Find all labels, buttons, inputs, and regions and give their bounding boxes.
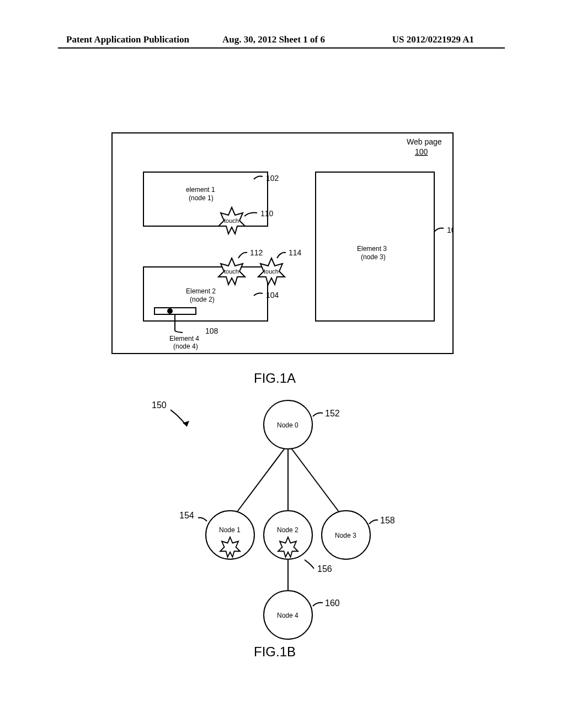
ref-150: 150 [152, 400, 167, 410]
ref-160: 160 [325, 598, 340, 608]
ref-112: 112 [250, 248, 263, 257]
svg-text:touch: touch [224, 268, 239, 275]
svg-line-15 [288, 444, 346, 521]
webpage-title: Web page [407, 137, 442, 146]
svg-line-13 [230, 444, 288, 521]
node0-label: Node 0 [277, 421, 299, 429]
ref-154: 154 [179, 511, 194, 520]
ref-108: 108 [205, 326, 218, 335]
ref-158: 158 [380, 516, 395, 525]
element2-line2: (node 2) [190, 296, 215, 303]
node2-label: Node 2 [277, 526, 299, 534]
header-rule [58, 47, 505, 49]
ref-102: 102 [266, 174, 279, 183]
ref-110: 110 [260, 209, 274, 218]
ref-152: 152 [325, 409, 340, 418]
fig-1b-label: FIG.1B [254, 644, 296, 660]
figure-1b: Node 0 Node 1 Node 2 Node 3 Node 4 150 1… [136, 394, 423, 643]
element2-line1: Element 2 [186, 287, 216, 295]
ref-106: 106 [447, 226, 454, 234]
svg-point-5 [167, 308, 173, 314]
page: Patent Application Publication Aug. 30, … [0, 0, 565, 728]
ref-104: 104 [266, 291, 279, 299]
figure-1a: Web page 100 element 1 (node 1) Element … [111, 132, 454, 364]
element1-line1: element 1 [186, 186, 215, 194]
fig-1a-label: FIG.1A [254, 371, 296, 386]
svg-text:touch: touch [264, 268, 279, 275]
node4-label: Node 4 [277, 612, 299, 619]
ref-114: 114 [289, 248, 302, 257]
svg-rect-4 [154, 308, 196, 314]
element3-line1: Element 3 [357, 245, 387, 253]
svg-text:touch: touch [224, 217, 239, 224]
header-right: US 2012/0221929 A1 [392, 34, 474, 45]
element4-line2: (node 4) [173, 342, 198, 350]
header-left: Patent Application Publication [66, 34, 189, 45]
header-mid: Aug. 30, 2012 Sheet 1 of 6 [222, 34, 325, 45]
element1-line2: (node 1) [189, 194, 214, 202]
element4-line1: Element 4 [169, 335, 199, 342]
webpage-num: 100 [415, 147, 428, 156]
node3-label: Node 3 [335, 532, 356, 539]
ref-156: 156 [317, 564, 332, 574]
element3-line2: (node 3) [361, 253, 386, 261]
page-header: Patent Application Publication Aug. 30, … [0, 34, 565, 45]
node1-label: Node 1 [219, 526, 241, 534]
